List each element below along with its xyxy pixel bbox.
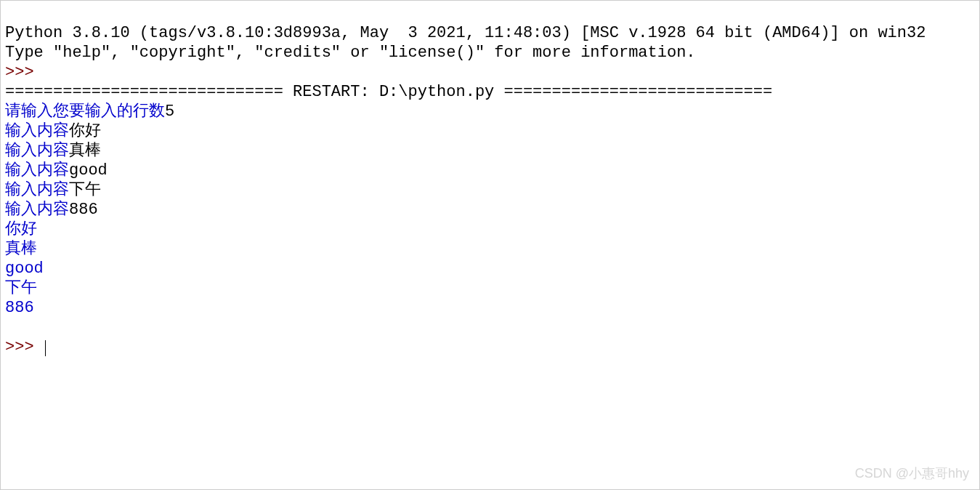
- user-typed-value: 你好: [69, 122, 101, 140]
- input-prompt: 输入内容: [5, 181, 69, 199]
- input-prompt: 输入内容: [5, 201, 69, 219]
- input-prompt: 输入内容: [5, 122, 69, 140]
- prompt-symbol: >>>: [5, 63, 44, 81]
- user-typed-value: good: [69, 161, 108, 180]
- program-output-line: good: [5, 260, 44, 278]
- input-prompt: 请输入您要输入的行数: [5, 103, 165, 121]
- program-output-line: 你好: [5, 220, 37, 238]
- idle-shell[interactable]: Python 3.8.10 (tags/v3.8.10:3d8993a, May…: [5, 4, 975, 357]
- restart-header: ============================= RESTART: D…: [5, 83, 772, 101]
- watermark-text: CSDN @小惠哥hhy: [855, 464, 969, 483]
- program-output-line: 真棒: [5, 240, 37, 258]
- python-banner-line1: Python 3.8.10 (tags/v3.8.10:3d8993a, May…: [5, 24, 926, 42]
- python-banner-line2: Type "help", "copyright", "credits" or "…: [5, 44, 696, 62]
- input-prompt: 输入内容: [5, 161, 69, 180]
- user-typed-value: 886: [69, 201, 98, 219]
- program-output-line: 886: [5, 299, 34, 317]
- program-output-line: 下午: [5, 279, 37, 297]
- user-typed-value: 下午: [69, 181, 101, 199]
- prompt-symbol: >>>: [5, 338, 44, 356]
- user-typed-value: 真棒: [69, 142, 101, 160]
- user-typed-value: 5: [165, 103, 174, 121]
- text-cursor: [45, 340, 46, 356]
- input-prompt: 输入内容: [5, 142, 69, 160]
